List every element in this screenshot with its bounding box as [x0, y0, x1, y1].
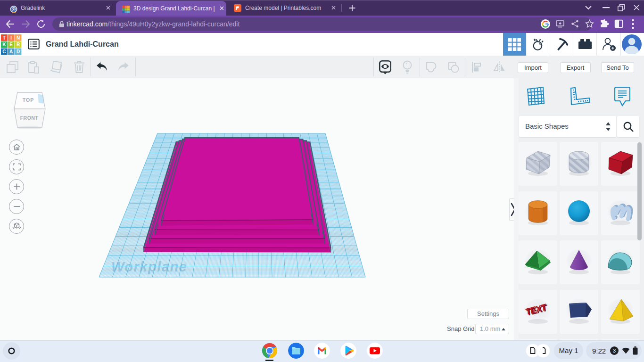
svg-text:N: N [17, 35, 20, 41]
svg-text:E: E [9, 42, 13, 47]
svg-text:I: I [10, 35, 12, 41]
svg-text:3: 3 [613, 348, 616, 354]
svg-text:R: R [17, 42, 20, 47]
svg-text:Workplane: Workplane [111, 259, 187, 274]
svg-text:D: D [17, 49, 20, 54]
svg-text:TOP: TOP [23, 97, 34, 103]
svg-text:T: T [3, 35, 6, 41]
svg-text:A: A [9, 49, 13, 54]
svg-text:K: K [2, 42, 6, 47]
svg-text:FRONT: FRONT [20, 115, 39, 121]
svg-text:G: G [12, 7, 15, 12]
svg-text:C: C [2, 49, 6, 54]
